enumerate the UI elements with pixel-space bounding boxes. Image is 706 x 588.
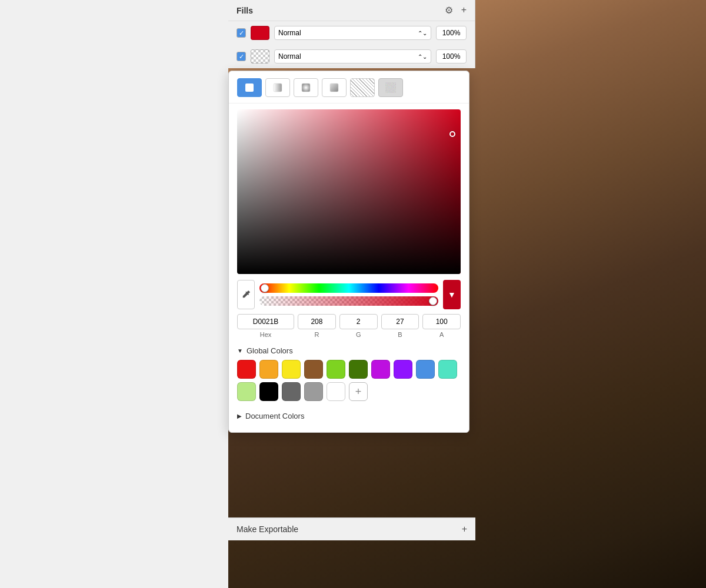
svg-rect-4 xyxy=(385,82,396,93)
sliders-column xyxy=(259,283,438,306)
fill-opacity-input-1[interactable]: 100% xyxy=(436,26,467,40)
blend-chevron-1: ⌃⌄ xyxy=(418,30,427,36)
sidebar xyxy=(0,0,228,588)
add-fill-button[interactable]: + xyxy=(461,5,467,16)
fill-type-hatched[interactable] xyxy=(350,78,375,97)
global-colors-arrow: ▼ xyxy=(237,348,243,354)
document-colors-header[interactable]: ▶ Document Colors xyxy=(229,407,469,425)
swatch-brown[interactable] xyxy=(304,360,323,379)
swatch-blue[interactable] xyxy=(416,360,435,379)
swatch-gray[interactable] xyxy=(304,382,323,401)
b-input[interactable]: 27 xyxy=(381,314,419,329)
global-colors-header[interactable]: ▼ Global Colors xyxy=(229,342,469,360)
linear-icon xyxy=(272,82,283,93)
fill-checkbox-2[interactable]: ✓ xyxy=(237,52,246,61)
r-field: 208 R xyxy=(298,314,336,338)
swatch-orange[interactable] xyxy=(259,360,278,379)
sliders-area: ▼ xyxy=(229,280,469,309)
fills-panel: Fills ⚙ + ✓ Normal ⌃⌄ 100% ✓ Normal ⌃⌄ 1… xyxy=(228,0,475,68)
swatch-red[interactable] xyxy=(237,360,256,379)
fills-header: Fills ⚙ + xyxy=(228,0,475,21)
swatch-dark-gray[interactable] xyxy=(282,382,301,401)
dropdown-arrow-icon: ▼ xyxy=(448,290,456,299)
hex-label: Hex xyxy=(260,331,272,338)
a-input[interactable]: 100 xyxy=(422,314,461,329)
fills-header-icons: ⚙ + xyxy=(445,5,467,16)
fill-type-angular[interactable] xyxy=(322,78,347,97)
a-field: 100 A xyxy=(422,314,461,338)
fill-blend-select-2[interactable]: Normal ⌃⌄ xyxy=(274,49,431,64)
add-exportable-button[interactable]: + xyxy=(462,524,467,534)
add-global-color-button[interactable]: + xyxy=(349,382,368,401)
hex-field: D0021B Hex xyxy=(237,314,294,338)
document-colors-title: Document Colors xyxy=(245,412,304,420)
gradient-cursor[interactable] xyxy=(449,131,455,137)
r-label: R xyxy=(314,331,319,338)
eyedropper-button[interactable] xyxy=(237,280,255,309)
gradient-canvas xyxy=(237,109,461,274)
gear-icon[interactable]: ⚙ xyxy=(445,5,453,16)
blend-mode-label-1: Normal xyxy=(278,29,301,37)
solid-icon xyxy=(244,82,255,93)
fill-type-tabs xyxy=(229,71,469,103)
fills-title: Fills xyxy=(237,6,253,15)
g-input[interactable]: 2 xyxy=(339,314,378,329)
fill-type-solid[interactable] xyxy=(237,78,262,97)
rgba-inputs: D0021B Hex 208 R 2 G 27 B 100 A xyxy=(229,314,469,338)
blend-mode-label-2: Normal xyxy=(278,52,301,61)
make-exportable-panel: Make Exportable + xyxy=(228,517,475,540)
fill-type-linear[interactable] xyxy=(265,78,290,97)
svg-rect-0 xyxy=(245,83,254,92)
swatch-light-green[interactable] xyxy=(327,360,345,379)
color-gradient-picker[interactable] xyxy=(237,109,461,274)
swatch-purple[interactable] xyxy=(371,360,390,379)
fill-color-swatch-1[interactable] xyxy=(251,26,269,40)
make-exportable-label: Make Exportable xyxy=(237,524,298,534)
b-label: B xyxy=(398,331,402,338)
b-field: 27 B xyxy=(381,314,419,338)
global-colors-grid: + xyxy=(229,360,469,407)
noise-icon xyxy=(385,82,396,93)
swatch-pale-green[interactable] xyxy=(237,382,256,401)
fill-type-radial[interactable] xyxy=(294,78,318,97)
swatch-violet[interactable] xyxy=(394,360,412,379)
swatch-white[interactable] xyxy=(327,382,345,401)
fill-opacity-input-2[interactable]: 100% xyxy=(436,49,467,64)
radial-icon xyxy=(301,82,311,93)
fill-blend-select-1[interactable]: Normal ⌃⌄ xyxy=(274,26,431,40)
a-label: A xyxy=(439,331,444,338)
add-color-icon: + xyxy=(355,386,362,398)
fill-type-noise[interactable] xyxy=(378,78,403,97)
fill-color-swatch-2[interactable] xyxy=(251,49,269,64)
fill-checkbox-1[interactable]: ✓ xyxy=(237,28,246,38)
blend-chevron-2: ⌃⌄ xyxy=(418,54,427,60)
swatch-yellow[interactable] xyxy=(282,360,301,379)
angular-icon xyxy=(329,82,339,93)
color-picker-popup: ▼ D0021B Hex 208 R 2 G 27 B 100 A ▼ Glob… xyxy=(228,71,469,433)
eyedropper-icon xyxy=(241,289,251,300)
r-input[interactable]: 208 xyxy=(298,314,336,329)
svg-rect-2 xyxy=(302,83,310,92)
g-label: G xyxy=(356,331,361,338)
svg-rect-3 xyxy=(330,83,338,92)
alpha-thumb xyxy=(429,297,437,305)
global-colors-title: Global Colors xyxy=(247,346,293,355)
fill-row-2: ✓ Normal ⌃⌄ 100% xyxy=(228,45,475,68)
svg-rect-1 xyxy=(274,83,282,92)
hue-thumb xyxy=(261,284,269,292)
g-field: 2 G xyxy=(339,314,378,338)
document-colors-arrow: ▶ xyxy=(237,413,242,419)
fill-row-1: ✓ Normal ⌃⌄ 100% xyxy=(228,21,475,45)
swatch-teal[interactable] xyxy=(438,360,457,379)
hue-slider[interactable] xyxy=(259,283,438,293)
hex-input[interactable]: D0021B xyxy=(237,314,294,329)
swatch-black[interactable] xyxy=(259,382,278,401)
swatch-dark-green[interactable] xyxy=(349,360,368,379)
alpha-slider[interactable] xyxy=(259,296,438,306)
color-format-dropdown[interactable]: ▼ xyxy=(443,280,461,309)
